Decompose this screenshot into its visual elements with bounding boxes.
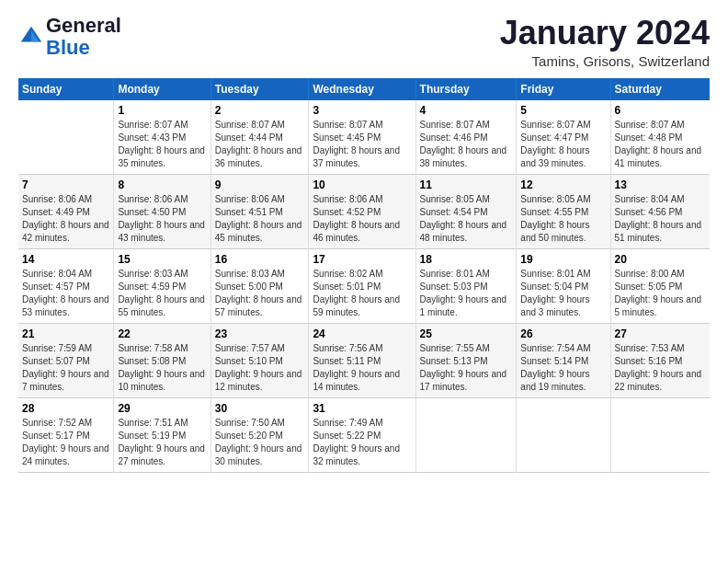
week-row-4: 28 Sunrise: 7:52 AM Sunset: 5:17 PM Dayl… xyxy=(18,397,710,472)
daylight-text: Daylight: 8 hours and 57 minutes. xyxy=(215,294,302,317)
week-row-3: 21 Sunrise: 7:59 AM Sunset: 5:07 PM Dayl… xyxy=(18,323,710,397)
header: General Blue January 2024 Tamins, Grison… xyxy=(18,15,710,69)
day-info: Sunrise: 8:03 AM Sunset: 4:59 PM Dayligh… xyxy=(118,268,206,319)
day-info: Sunrise: 7:53 AM Sunset: 5:16 PM Dayligh… xyxy=(615,342,707,394)
day-cell: 26 Sunrise: 7:54 AM Sunset: 5:14 PM Dayl… xyxy=(517,323,610,397)
col-thursday: Thursday xyxy=(415,78,517,100)
daylight-text: Daylight: 8 hours and 59 minutes. xyxy=(313,294,400,317)
col-friday: Friday xyxy=(517,78,610,100)
day-cell: 25 Sunrise: 7:55 AM Sunset: 5:13 PM Dayl… xyxy=(415,323,517,397)
day-number: 2 xyxy=(215,104,305,117)
day-info: Sunrise: 8:01 AM Sunset: 5:04 PM Dayligh… xyxy=(520,268,606,319)
day-number: 22 xyxy=(118,327,206,340)
sunset-text: Sunset: 5:13 PM xyxy=(420,356,488,366)
day-cell: 20 Sunrise: 8:00 AM Sunset: 5:05 PM Dayl… xyxy=(610,248,710,323)
sunrise-text: Sunrise: 8:07 AM xyxy=(520,120,590,130)
day-number: 19 xyxy=(520,253,606,266)
day-cell: 29 Sunrise: 7:51 AM Sunset: 5:19 PM Dayl… xyxy=(114,397,210,472)
daylight-text: Daylight: 8 hours and 35 minutes. xyxy=(118,145,205,168)
day-number: 25 xyxy=(420,327,513,340)
day-number: 30 xyxy=(215,402,305,415)
day-info: Sunrise: 7:52 AM Sunset: 5:17 PM Dayligh… xyxy=(22,417,109,468)
sunset-text: Sunset: 4:47 PM xyxy=(520,132,588,143)
page: General Blue January 2024 Tamins, Grison… xyxy=(0,0,728,563)
sunset-text: Sunset: 5:00 PM xyxy=(215,282,283,292)
daylight-text: Daylight: 8 hours and 39 minutes. xyxy=(520,145,589,168)
day-cell: 5 Sunrise: 8:07 AM Sunset: 4:47 PM Dayli… xyxy=(517,100,610,175)
day-info: Sunrise: 8:02 AM Sunset: 5:01 PM Dayligh… xyxy=(313,268,411,319)
day-number: 28 xyxy=(22,402,109,415)
day-number: 16 xyxy=(215,253,305,266)
sunset-text: Sunset: 5:05 PM xyxy=(615,282,683,292)
sunrise-text: Sunrise: 8:04 AM xyxy=(615,194,685,204)
day-number: 10 xyxy=(313,178,411,191)
sunrise-text: Sunrise: 8:02 AM xyxy=(313,269,382,279)
day-cell: 12 Sunrise: 8:05 AM Sunset: 4:55 PM Dayl… xyxy=(517,174,610,248)
sunset-text: Sunset: 4:59 PM xyxy=(118,282,186,292)
day-info: Sunrise: 8:05 AM Sunset: 4:54 PM Dayligh… xyxy=(420,193,513,245)
day-info: Sunrise: 8:04 AM Sunset: 4:56 PM Dayligh… xyxy=(615,193,707,245)
sunrise-text: Sunrise: 7:54 AM xyxy=(520,343,590,353)
day-number: 31 xyxy=(313,402,411,415)
logo-icon xyxy=(18,24,44,50)
day-cell: 2 Sunrise: 8:07 AM Sunset: 4:44 PM Dayli… xyxy=(210,100,309,175)
day-cell: 19 Sunrise: 8:01 AM Sunset: 5:04 PM Dayl… xyxy=(517,248,610,323)
logo-general: General xyxy=(46,14,121,37)
sunrise-text: Sunrise: 8:03 AM xyxy=(118,269,188,279)
day-cell: 31 Sunrise: 7:49 AM Sunset: 5:22 PM Dayl… xyxy=(309,397,415,472)
day-cell: 10 Sunrise: 8:06 AM Sunset: 4:52 PM Dayl… xyxy=(309,174,415,248)
daylight-text: Daylight: 8 hours and 46 minutes. xyxy=(313,220,400,243)
sunset-text: Sunset: 4:54 PM xyxy=(420,207,488,217)
day-cell: 22 Sunrise: 7:58 AM Sunset: 5:08 PM Dayl… xyxy=(114,323,210,397)
day-number: 15 xyxy=(118,253,206,266)
daylight-text: Daylight: 9 hours and 12 minutes. xyxy=(215,369,302,392)
sunset-text: Sunset: 4:43 PM xyxy=(118,132,186,143)
sunset-text: Sunset: 4:45 PM xyxy=(313,132,381,143)
day-cell: 27 Sunrise: 7:53 AM Sunset: 5:16 PM Dayl… xyxy=(610,323,710,397)
day-cell: 17 Sunrise: 8:02 AM Sunset: 5:01 PM Dayl… xyxy=(309,248,415,323)
week-row-2: 14 Sunrise: 8:04 AM Sunset: 4:57 PM Dayl… xyxy=(18,248,710,323)
sunrise-text: Sunrise: 8:07 AM xyxy=(215,120,285,130)
sunrise-text: Sunrise: 8:03 AM xyxy=(215,269,285,279)
day-number: 29 xyxy=(118,402,206,415)
day-cell: 15 Sunrise: 8:03 AM Sunset: 4:59 PM Dayl… xyxy=(114,248,210,323)
daylight-text: Daylight: 9 hours and 19 minutes. xyxy=(520,369,589,392)
day-number: 23 xyxy=(215,327,305,340)
day-number: 8 xyxy=(118,178,206,191)
day-number: 4 xyxy=(420,104,513,117)
sunrise-text: Sunrise: 8:07 AM xyxy=(118,120,188,130)
sunset-text: Sunset: 4:48 PM xyxy=(615,132,683,143)
day-info: Sunrise: 8:07 AM Sunset: 4:47 PM Dayligh… xyxy=(520,119,606,170)
day-info: Sunrise: 8:06 AM Sunset: 4:52 PM Dayligh… xyxy=(313,193,411,245)
day-info: Sunrise: 8:07 AM Sunset: 4:45 PM Dayligh… xyxy=(313,119,411,170)
daylight-text: Daylight: 8 hours and 41 minutes. xyxy=(615,145,702,168)
calendar-header: Sunday Monday Tuesday Wednesday Thursday… xyxy=(18,78,710,100)
day-number: 11 xyxy=(420,178,513,191)
day-info: Sunrise: 8:07 AM Sunset: 4:48 PM Dayligh… xyxy=(615,119,707,170)
day-cell: 21 Sunrise: 7:59 AM Sunset: 5:07 PM Dayl… xyxy=(18,323,114,397)
weekday-row: Sunday Monday Tuesday Wednesday Thursday… xyxy=(18,78,710,100)
sunrise-text: Sunrise: 7:52 AM xyxy=(22,418,92,428)
sunrise-text: Sunrise: 8:01 AM xyxy=(520,269,590,279)
day-number: 5 xyxy=(520,104,606,117)
day-info: Sunrise: 8:04 AM Sunset: 4:57 PM Dayligh… xyxy=(22,268,109,319)
day-info: Sunrise: 8:05 AM Sunset: 4:55 PM Dayligh… xyxy=(520,193,606,245)
day-info: Sunrise: 8:06 AM Sunset: 4:50 PM Dayligh… xyxy=(118,193,206,245)
day-info: Sunrise: 7:49 AM Sunset: 5:22 PM Dayligh… xyxy=(313,417,411,468)
sunset-text: Sunset: 5:17 PM xyxy=(22,431,90,441)
daylight-text: Daylight: 8 hours and 43 minutes. xyxy=(118,220,205,243)
sunrise-text: Sunrise: 7:49 AM xyxy=(313,418,382,428)
col-saturday: Saturday xyxy=(610,78,710,100)
sunrise-text: Sunrise: 8:07 AM xyxy=(420,120,490,130)
day-info: Sunrise: 7:51 AM Sunset: 5:19 PM Dayligh… xyxy=(118,417,206,468)
day-cell: 7 Sunrise: 8:06 AM Sunset: 4:49 PM Dayli… xyxy=(18,174,114,248)
day-number: 18 xyxy=(420,253,513,266)
day-cell xyxy=(415,397,517,472)
day-cell xyxy=(517,397,610,472)
daylight-text: Daylight: 8 hours and 37 minutes. xyxy=(313,145,400,168)
day-number: 13 xyxy=(615,178,707,191)
sunrise-text: Sunrise: 7:51 AM xyxy=(118,418,188,428)
daylight-text: Daylight: 8 hours and 45 minutes. xyxy=(215,220,302,243)
day-cell: 30 Sunrise: 7:50 AM Sunset: 5:20 PM Dayl… xyxy=(210,397,309,472)
sunset-text: Sunset: 4:51 PM xyxy=(215,207,283,217)
